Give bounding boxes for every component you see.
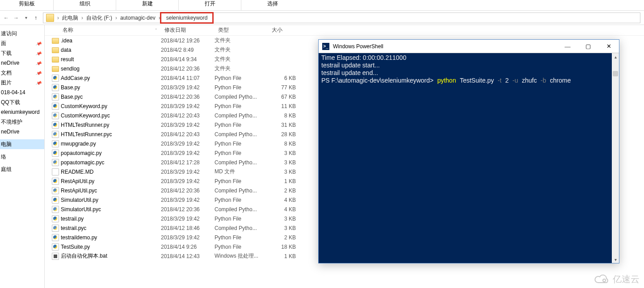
sidebar-item[interactable]: 面📌	[0, 38, 44, 48]
ribbon-section-new[interactable]: 新建	[116, 0, 179, 11]
column-headers: 名称 ˄ 修改日期 类型 大小	[45, 25, 644, 36]
file-name: testrail.py	[61, 216, 161, 222]
file-icon-cell	[45, 187, 61, 194]
crumb-this-pc[interactable]: 此电脑	[59, 13, 81, 23]
file-date: 2018/4/12 17:28	[161, 159, 215, 166]
sidebar-item[interactable]: 速访问	[0, 29, 44, 38]
column-header-date[interactable]: 修改日期	[161, 26, 215, 34]
file-icon-cell	[45, 84, 61, 91]
console-arg: chrome	[550, 77, 571, 84]
crumb-automagic-dev[interactable]: automagic-dev	[118, 13, 158, 23]
sidebar-item[interactable]: 络	[0, 152, 44, 162]
sidebar-item-label: 电脑	[1, 141, 12, 148]
sort-asc-icon: ˄	[155, 28, 157, 33]
sidebar-item[interactable]: QQ下载	[0, 97, 44, 107]
console-arg: zhufc	[522, 77, 537, 84]
sidebar-item[interactable]: 不境维护	[0, 117, 44, 127]
scrollbar[interactable]: ▴ ▾	[612, 53, 619, 263]
file-date: 2018/4/12 19:26	[161, 38, 215, 44]
py-icon	[52, 84, 59, 91]
file-icon-cell	[45, 65, 61, 72]
sidebar-item[interactable]: 下载📌	[0, 48, 44, 58]
file-date: 2018/4/12 20:43	[161, 113, 215, 119]
file-size: 4 KB	[268, 197, 299, 203]
py-icon	[52, 243, 59, 250]
scroll-down-icon[interactable]: ▾	[612, 256, 619, 263]
file-type: Python File	[215, 244, 268, 250]
file-date: 2018/4/12 20:36	[161, 66, 215, 72]
sidebar-item[interactable]: neDrive	[0, 127, 44, 137]
file-size: 3 KB	[268, 169, 299, 175]
sidebar-item[interactable]: 庭组	[0, 164, 44, 174]
scroll-up-icon[interactable]: ▴	[612, 53, 619, 60]
crumb-drive[interactable]: 自动化 (F:)	[84, 13, 115, 23]
column-header-name[interactable]: 名称 ˄	[45, 26, 161, 34]
sidebar-nav: 速访问面📌下载📌neDrive📌文档📌图片📌018-04-14QQ下载eleni…	[0, 25, 45, 288]
close-button[interactable]: ✕	[598, 40, 619, 53]
file-type: Windows 批处理...	[215, 252, 268, 260]
pin-icon: 📌	[35, 79, 42, 86]
file-name: testraildemo.py	[61, 234, 161, 241]
file-icon-cell	[45, 253, 61, 260]
file-icon-cell	[45, 131, 61, 138]
file-name: RestApiUtil.py	[61, 178, 161, 184]
file-date: 2018/3/29 19:42	[161, 103, 215, 109]
svg-point-0	[603, 279, 606, 282]
address-bar[interactable]: › 此电脑 › 自动化 (F:) › automagic-dev › selen…	[43, 13, 640, 23]
folder-icon	[46, 14, 54, 22]
file-type: Python File	[215, 216, 268, 222]
file-icon-cell	[45, 46, 61, 53]
file-date: 2018/3/29 19:42	[161, 197, 215, 203]
sidebar-item[interactable]: eleniumkeyword	[0, 107, 44, 117]
file-name: popautomagic.pyc	[61, 159, 161, 166]
file-date: 2018/4/14 9:26	[161, 244, 215, 250]
file-name: CustomKeyword.py	[61, 103, 161, 109]
file-size: 3 KB	[268, 150, 299, 156]
file-name: mwupgrade.py	[61, 141, 161, 147]
sidebar-item[interactable]: 图片📌	[0, 78, 44, 88]
scroll-thumb[interactable]	[613, 71, 618, 76]
back-button[interactable]: ←	[2, 13, 11, 22]
sidebar-item[interactable]: 电脑	[0, 139, 44, 149]
up-button[interactable]: ↑	[31, 13, 40, 22]
file-type: 文件夹	[215, 46, 268, 54]
file-type: Python File	[215, 234, 268, 241]
md-icon	[52, 168, 59, 175]
file-name: Base.py	[61, 84, 161, 91]
powershell-console[interactable]: Time Elapsed: 0:00:00.211000 testrail up…	[319, 53, 619, 85]
file-date: 2018/3/29 19:42	[161, 84, 215, 91]
sidebar-item-label: 下载	[1, 50, 12, 57]
powershell-window[interactable]: >_ Windows PowerShell — ▢ ✕ Time Elapsed…	[318, 39, 619, 263]
ribbon-section-organize[interactable]: 组织	[54, 0, 116, 11]
console-arg: TestSuite.py	[460, 77, 494, 84]
console-flag: -b	[541, 77, 546, 84]
file-icon-cell	[45, 37, 61, 44]
column-header-type[interactable]: 类型	[215, 26, 268, 34]
pyc-icon	[52, 93, 59, 100]
file-type: Python File	[215, 84, 268, 91]
file-type: MD 文件	[215, 168, 268, 175]
file-icon-cell	[45, 103, 61, 110]
pyc-icon	[52, 206, 59, 213]
powershell-titlebar[interactable]: >_ Windows PowerShell — ▢ ✕	[319, 40, 619, 53]
minimize-button[interactable]: —	[557, 40, 578, 53]
file-type: Compiled Pytho...	[215, 94, 268, 100]
file-date: 2018/3/29 19:42	[161, 150, 215, 156]
file-size: 8 KB	[268, 113, 299, 119]
sidebar-item[interactable]: 018-04-14	[0, 88, 44, 97]
maximize-button[interactable]: ▢	[578, 40, 598, 53]
column-header-size[interactable]: 大小	[268, 26, 299, 34]
console-flag: -u	[513, 77, 518, 84]
forward-button[interactable]: →	[12, 13, 21, 22]
sidebar-item-label: 速访问	[1, 30, 17, 38]
console-line: testrail update start...	[321, 62, 380, 69]
sidebar-item[interactable]: neDrive📌	[0, 58, 44, 68]
sidebar-item[interactable]: 文档📌	[0, 68, 44, 78]
recent-dropdown-icon[interactable]: ▾	[21, 13, 30, 22]
crumb-seleniumkeyword[interactable]: seleniumkeyword	[161, 13, 213, 23]
ribbon-section-open[interactable]: 打开	[179, 0, 241, 11]
ribbon-section-clipboard[interactable]: 剪贴板	[0, 0, 54, 11]
file-size: 18 KB	[268, 244, 299, 250]
file-type: Python File	[215, 75, 268, 81]
ribbon-section-select[interactable]: 选择	[241, 0, 304, 11]
